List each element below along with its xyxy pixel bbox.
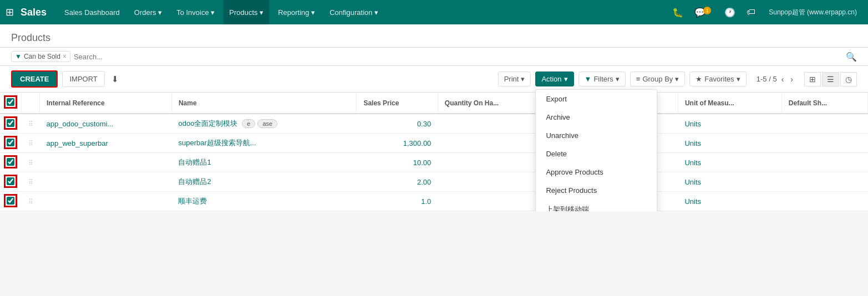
action-delete[interactable]: Delete (536, 145, 657, 163)
pager-next[interactable]: › (788, 74, 795, 85)
action-dropdown-wrapper: Action ▾ Export Archive Unarchive Delete… (535, 72, 573, 86)
favorites-button[interactable]: ★ Favorites ▾ (689, 72, 746, 86)
row-ref[interactable] (40, 172, 172, 192)
clock-icon[interactable]: 🕐 (721, 5, 739, 20)
row-default-sh (781, 114, 867, 134)
chat-icon[interactable]: 💬1 (691, 5, 717, 20)
row-ref[interactable]: app_web_superbar (40, 134, 172, 153)
pager-prev[interactable]: ‹ (779, 74, 786, 85)
view-clock-button[interactable]: ◷ (840, 72, 857, 86)
grid-icon[interactable]: ⊞ (6, 6, 14, 18)
row-name[interactable]: 顺丰运费 (171, 192, 356, 211)
search-filter-tag[interactable]: ▼ Can be Sold × (11, 51, 70, 62)
page-header: Products (0, 24, 868, 48)
action-unarchive[interactable]: Unarchive (536, 126, 657, 145)
drag-handle[interactable]: ⠿ (22, 172, 40, 192)
row-checkbox[interactable] (7, 158, 14, 166)
search-bar: ▼ Can be Sold × 🔍 (0, 48, 868, 66)
table-row: ⠿顺丰运费1.0Units (0, 192, 868, 211)
row-default-sh (781, 153, 867, 172)
row-price: 1,300.00 (357, 134, 438, 153)
bug-icon[interactable]: 🐛 (669, 5, 687, 20)
row-price: 10.00 (357, 153, 438, 172)
pager-text: 1-5 / 5 (757, 75, 777, 83)
view-grid-button[interactable]: ⊞ (804, 72, 821, 86)
import-button[interactable]: IMPORT (62, 71, 104, 87)
table-row: ⠿app_web_superbarsuperbar超级搜索导航...1,300.… (0, 134, 868, 153)
header-name: Name (171, 93, 356, 114)
row-ref[interactable] (40, 192, 172, 211)
print-dropdown-wrapper: Print ▾ (498, 72, 531, 86)
row-default-sh (781, 134, 867, 153)
search-input[interactable] (74, 53, 846, 61)
drag-handle[interactable]: ⠿ (22, 114, 40, 134)
row-default-sh (781, 192, 867, 211)
filter-icon: ▼ (15, 53, 22, 60)
view-toggle: ⊞ ☰ ◷ (804, 72, 857, 86)
nav-orders[interactable]: Orders ▾ (129, 0, 167, 24)
select-all-checkbox[interactable] (7, 98, 14, 106)
nav-products[interactable]: Products ▾ (224, 0, 269, 24)
table-row: ⠿app_odoo_customi...odoo全面定制模块ease0.30Un… (0, 114, 868, 134)
row-checkbox[interactable] (7, 139, 14, 146)
nav-to-invoice[interactable]: To Invoice ▾ (171, 0, 220, 24)
products-table: Internal Reference Name Sales Price Quan… (0, 93, 868, 211)
row-name[interactable]: 自动赠品1 (171, 153, 356, 172)
action-mobile-publish[interactable]: 上架到移动端 (536, 200, 657, 211)
row-price: 1.0 (357, 192, 438, 211)
filter-remove-btn[interactable]: × (63, 53, 67, 60)
row-checkbox[interactable] (7, 197, 14, 205)
filter-tag-label: Can be Sold (24, 53, 60, 60)
search-icon[interactable]: 🔍 (846, 52, 857, 62)
row-qty (438, 114, 549, 134)
brand-label: Sales (21, 7, 47, 18)
row-checkbox[interactable] (7, 119, 14, 127)
row-name[interactable]: odoo全面定制模块ease (171, 114, 356, 134)
brand-icon[interactable]: 🏷 (743, 5, 759, 19)
row-name[interactable]: 自动赠品2 (171, 172, 356, 192)
header-drag-col (22, 93, 40, 114)
nav-reporting[interactable]: Reporting ▾ (272, 0, 321, 24)
print-button[interactable]: Print ▾ (498, 72, 531, 86)
header-checkbox-col (0, 93, 22, 114)
nav-configuration[interactable]: Configuration ▾ (324, 0, 384, 24)
topnav-right: 🐛 💬1 🕐 🏷 Sunpop超管 (www.erpapp.cn) (669, 0, 862, 24)
download-button[interactable]: ⬇ (109, 72, 121, 86)
action-export[interactable]: Export (536, 90, 657, 108)
drag-handle[interactable]: ⠿ (22, 192, 40, 211)
action-dropdown-menu: Export Archive Unarchive Delete Approve … (535, 89, 657, 211)
row-uom: Units (678, 114, 781, 134)
nav-sales-dashboard[interactable]: Sales Dashboard (59, 0, 125, 24)
row-qty (438, 192, 549, 211)
header-sales-price: Sales Price (357, 93, 438, 114)
drag-handle[interactable]: ⠿ (22, 153, 40, 172)
row-price: 0.30 (357, 114, 438, 134)
row-qty (438, 153, 549, 172)
drag-handle[interactable]: ⠿ (22, 134, 40, 153)
groupby-button[interactable]: ≡ Group By ▾ (630, 72, 686, 86)
filters-button[interactable]: ▼ Filters ▾ (578, 72, 626, 86)
row-ref[interactable] (40, 153, 172, 172)
header-qty-on-hand: Quantity On Ha... (438, 93, 549, 114)
row-price: 2.00 (357, 172, 438, 192)
pager: 1-5 / 5 ‹ › (757, 74, 795, 85)
view-list-button[interactable]: ☰ (822, 72, 839, 86)
create-button[interactable]: CREATE (11, 70, 58, 88)
table-row: ⠿自动赠品110.00Units (0, 153, 868, 172)
row-uom: Units (678, 172, 781, 192)
row-uom: Units (678, 134, 781, 153)
action-reject[interactable]: Reject Products (536, 181, 657, 200)
action-archive[interactable]: Archive (536, 108, 657, 126)
row-checkbox[interactable] (7, 177, 14, 185)
header-internal-ref: Internal Reference (40, 93, 172, 114)
row-uom: Units (678, 153, 781, 172)
action-button[interactable]: Action ▾ (535, 72, 573, 86)
user-menu[interactable]: Sunpop超管 (www.erpapp.cn) (763, 0, 862, 24)
action-approve[interactable]: Approve Products (536, 163, 657, 181)
chat-badge: 1 (703, 7, 711, 14)
row-default-sh (781, 172, 867, 192)
page-title: Products (11, 29, 857, 47)
row-ref[interactable]: app_odoo_customi... (40, 114, 172, 134)
top-navigation: ⊞ Sales Sales Dashboard Orders ▾ To Invo… (0, 0, 868, 24)
row-name[interactable]: superbar超级搜索导航... (171, 134, 356, 153)
